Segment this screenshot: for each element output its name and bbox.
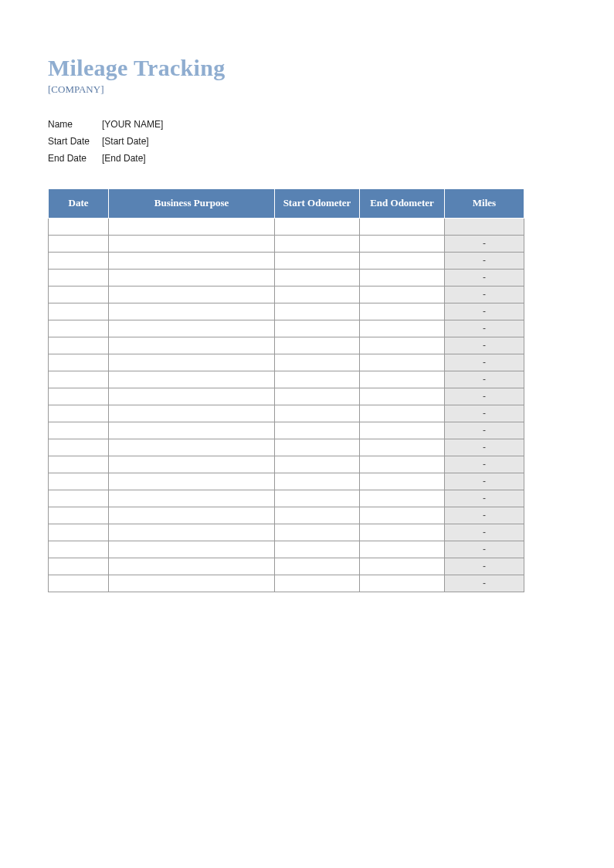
cell-start-odometer — [275, 235, 360, 252]
table-row: - — [49, 405, 524, 422]
mileage-table: Date Business Purpose Start Odometer End… — [48, 188, 524, 592]
table-row: - — [49, 422, 524, 439]
cell-start-odometer — [275, 541, 360, 558]
cell-date — [49, 269, 109, 286]
cell-end-odometer — [360, 388, 445, 405]
cell-miles: - — [445, 354, 524, 371]
col-end-odometer: End Odometer — [360, 188, 445, 218]
cell-start-odometer — [275, 439, 360, 456]
start-date-value: [Start Date] — [102, 133, 149, 150]
cell-date — [49, 575, 109, 592]
cell-end-odometer — [360, 354, 445, 371]
cell-date — [49, 541, 109, 558]
cell-purpose — [109, 558, 275, 575]
cell-miles: - — [445, 473, 524, 490]
table-row: - — [49, 269, 524, 286]
cell-start-odometer — [275, 337, 360, 354]
name-label: Name — [48, 116, 102, 133]
cell-start-odometer — [275, 524, 360, 541]
table-row — [49, 218, 524, 235]
cell-miles: - — [445, 575, 524, 592]
table-row: - — [49, 456, 524, 473]
cell-start-odometer — [275, 303, 360, 320]
cell-date — [49, 507, 109, 524]
cell-end-odometer — [360, 337, 445, 354]
table-row: - — [49, 575, 524, 592]
cell-miles: - — [445, 371, 524, 388]
cell-purpose — [109, 303, 275, 320]
cell-miles: - — [445, 269, 524, 286]
cell-purpose — [109, 388, 275, 405]
cell-date — [49, 337, 109, 354]
cell-miles: - — [445, 235, 524, 252]
cell-purpose — [109, 252, 275, 269]
cell-miles — [445, 218, 524, 235]
cell-date — [49, 558, 109, 575]
cell-date — [49, 405, 109, 422]
cell-miles: - — [445, 405, 524, 422]
cell-purpose — [109, 507, 275, 524]
table-row: - — [49, 371, 524, 388]
cell-start-odometer — [275, 286, 360, 303]
company-placeholder: [COMPANY] — [48, 83, 566, 96]
cell-miles: - — [445, 388, 524, 405]
cell-end-odometer — [360, 473, 445, 490]
end-date-value: [End Date] — [102, 150, 146, 167]
table-row: - — [49, 354, 524, 371]
cell-start-odometer — [275, 320, 360, 337]
cell-end-odometer — [360, 320, 445, 337]
cell-purpose — [109, 286, 275, 303]
cell-end-odometer — [360, 490, 445, 507]
table-row: - — [49, 507, 524, 524]
cell-purpose — [109, 473, 275, 490]
cell-date — [49, 235, 109, 252]
cell-date — [49, 456, 109, 473]
cell-miles: - — [445, 558, 524, 575]
table-row: - — [49, 439, 524, 456]
cell-end-odometer — [360, 422, 445, 439]
cell-date — [49, 252, 109, 269]
cell-date — [49, 490, 109, 507]
cell-purpose — [109, 575, 275, 592]
cell-date — [49, 354, 109, 371]
cell-end-odometer — [360, 269, 445, 286]
info-block: Name [YOUR NAME] Start Date [Start Date]… — [48, 116, 566, 167]
cell-start-odometer — [275, 354, 360, 371]
cell-purpose — [109, 354, 275, 371]
cell-miles: - — [445, 303, 524, 320]
cell-purpose — [109, 337, 275, 354]
cell-end-odometer — [360, 371, 445, 388]
cell-end-odometer — [360, 252, 445, 269]
table-row: - — [49, 490, 524, 507]
cell-start-odometer — [275, 252, 360, 269]
cell-end-odometer — [360, 439, 445, 456]
cell-date — [49, 371, 109, 388]
cell-end-odometer — [360, 235, 445, 252]
cell-purpose — [109, 422, 275, 439]
cell-end-odometer — [360, 558, 445, 575]
table-row: - — [49, 320, 524, 337]
cell-purpose — [109, 218, 275, 235]
cell-end-odometer — [360, 218, 445, 235]
cell-start-odometer — [275, 558, 360, 575]
cell-miles: - — [445, 507, 524, 524]
table-header: Date Business Purpose Start Odometer End… — [49, 188, 524, 218]
cell-miles: - — [445, 490, 524, 507]
cell-end-odometer — [360, 405, 445, 422]
cell-end-odometer — [360, 456, 445, 473]
col-purpose: Business Purpose — [109, 188, 275, 218]
name-value: [YOUR NAME] — [102, 116, 163, 133]
cell-start-odometer — [275, 388, 360, 405]
cell-date — [49, 388, 109, 405]
cell-end-odometer — [360, 507, 445, 524]
cell-miles: - — [445, 524, 524, 541]
cell-miles: - — [445, 252, 524, 269]
cell-miles: - — [445, 337, 524, 354]
table-row: - — [49, 252, 524, 269]
cell-start-odometer — [275, 575, 360, 592]
col-miles: Miles — [445, 188, 524, 218]
cell-purpose — [109, 405, 275, 422]
table-row: - — [49, 473, 524, 490]
table-row: - — [49, 388, 524, 405]
cell-start-odometer — [275, 218, 360, 235]
